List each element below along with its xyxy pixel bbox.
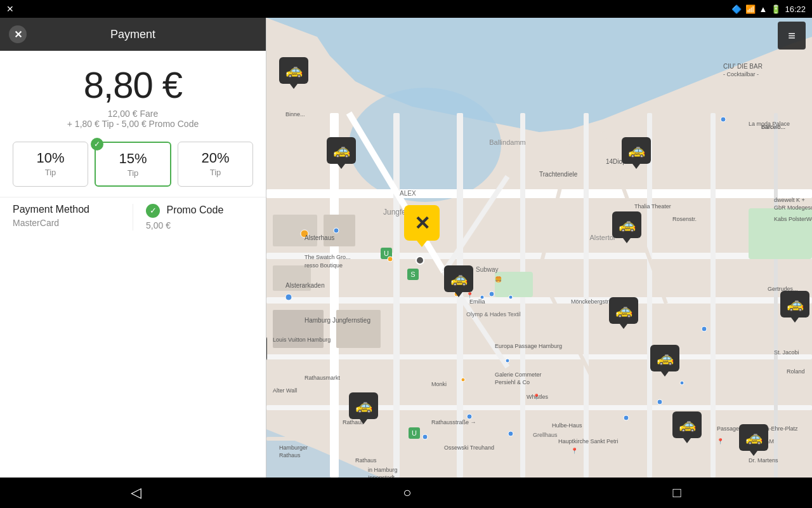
taxi-marker-6: 🚕 (444, 265, 473, 292)
svg-text:Hulbe-Haus: Hulbe-Haus (552, 422, 582, 429)
svg-point-46 (506, 359, 509, 363)
promo-check-icon: ✓ (146, 204, 160, 218)
recents-button[interactable]: □ (673, 485, 681, 501)
tip-10-label: Tip (13, 168, 88, 177)
svg-text:The Swatch Gro...: The Swatch Gro... (304, 254, 351, 260)
taxi-icon: 🚕 (657, 350, 674, 366)
taxi-marker-16: 🚕 (739, 424, 768, 451)
svg-text:Trachtendiele: Trachtendiele (539, 171, 578, 178)
price-section: 8,80 € 12,00 € Fare + 1,80 € Tip - 5,00 … (0, 51, 266, 135)
svg-text:Europa Passage Hamburg: Europa Passage Hamburg (495, 343, 562, 349)
svg-text:Dr. Martens: Dr. Martens (749, 457, 778, 464)
svg-text:Louis Vuitton Hamburg: Louis Vuitton Hamburg (273, 337, 331, 343)
svg-rect-9 (393, 113, 400, 478)
svg-text:Emilia: Emilia (469, 298, 485, 305)
svg-text:📍: 📍 (466, 291, 474, 299)
logo-marker: ✕ (404, 205, 440, 241)
payment-method-header: Payment Method (13, 204, 120, 215)
svg-rect-12 (584, 113, 589, 478)
modal-close-button[interactable]: ✕ (9, 25, 27, 43)
payment-method-value: MasterCard (13, 218, 120, 228)
svg-text:Ossewski Treuhand: Ossewski Treuhand (444, 444, 494, 451)
svg-text:in Hamburg: in Hamburg (368, 467, 398, 473)
fare-detail: 12,00 € Fare (13, 109, 253, 119)
svg-point-44 (509, 295, 513, 299)
svg-point-51 (702, 326, 707, 331)
svg-text:U: U (384, 250, 389, 257)
svg-text:La moda Palace: La moda Palace (749, 121, 790, 127)
tip-20-percent: 20% (178, 150, 252, 166)
svg-text:Alsterhaus: Alsterhaus (304, 234, 334, 241)
svg-text:- Cocktailbar -: - Cocktailbar - (723, 71, 759, 77)
taxi-icon: 🚕 (285, 62, 303, 79)
tip-10-button[interactable]: 10% Tip (13, 142, 88, 187)
svg-rect-2 (266, 189, 812, 198)
svg-rect-15 (774, 113, 778, 478)
wifi-icon: ▲ (759, 4, 768, 14)
tip-20-button[interactable]: 20% Tip (178, 142, 253, 187)
logo-x-symbol: ✕ (414, 212, 430, 234)
home-button[interactable]: ○ (403, 485, 411, 501)
taxi-marker-13: 🚕 (349, 392, 378, 419)
svg-point-53 (721, 117, 726, 122)
svg-text:Rathaus: Rathaus (355, 457, 377, 464)
taxi-marker-3: 🚕 (327, 137, 356, 164)
payment-modal: ✕ Payment 8,80 € 12,00 € Fare + 1,80 € T… (0, 18, 266, 478)
hamburger-icon: ≡ (788, 29, 796, 43)
taxi-marker-1: 🚕 (279, 57, 308, 84)
taxi-marker-8: 🚕 (609, 297, 638, 324)
svg-rect-6 (266, 405, 812, 410)
modal-title: Payment (110, 28, 155, 41)
svg-text:📍: 📍 (717, 438, 724, 445)
payment-promo-row: Payment Method MasterCard ✓ Promo Code 5… (0, 197, 266, 241)
payment-method-section[interactable]: Payment Method MasterCard (13, 204, 126, 228)
svg-text:Roland: Roland (787, 368, 805, 375)
svg-point-40 (285, 294, 292, 300)
svg-text:📍: 📍 (571, 447, 579, 455)
tip-20-label: Tip (178, 168, 252, 177)
svg-text:Hamburger: Hamburger (279, 444, 308, 451)
svg-text:Kabs PolsterWelt: Kabs PolsterWelt (774, 216, 812, 222)
tip-15-label: Tip (96, 168, 170, 178)
svg-text:Monki: Monki (431, 381, 447, 387)
svg-text:GbR Modegesch...: GbR Modegesch... (774, 204, 812, 211)
taxi-icon: 🚕 (615, 302, 632, 319)
svg-rect-24 (273, 215, 317, 246)
status-right: 🔷 📶 ▲ 🔋 16:22 (731, 4, 806, 14)
svg-text:🍔: 🍔 (495, 276, 502, 283)
taxi-icon: 🚕 (679, 417, 696, 433)
taxi-marker-11: 🚕 (650, 345, 679, 371)
promo-code-section[interactable]: ✓ Promo Code 5,00 € (140, 204, 253, 231)
svg-point-58 (422, 434, 428, 439)
signal-icon: 📶 (745, 4, 756, 14)
svg-rect-5 (266, 354, 812, 359)
svg-point-48 (461, 378, 465, 382)
svg-text:Hauptkirche Sankt Petri: Hauptkirche Sankt Petri (558, 438, 619, 444)
svg-text:Subway: Subway (476, 266, 499, 273)
nav-bar: ◁ ○ □ (0, 478, 812, 508)
svg-point-1 (349, 88, 501, 202)
time-display: 16:22 (785, 4, 806, 14)
bluetooth-icon: 🔷 (731, 4, 742, 14)
battery-icon: 🔋 (771, 4, 781, 14)
svg-text:Ballindamm: Ballindamm (489, 138, 525, 146)
promo-code-value: 5,00 € (146, 220, 253, 231)
svg-text:Olymp & Hades Textil: Olymp & Hades Textil (466, 311, 521, 318)
svg-text:U: U (412, 429, 417, 437)
svg-text:Hamburg Jungfernstieg: Hamburg Jungfernstieg (304, 317, 370, 324)
svg-text:St. Jacobi: St. Jacobi (774, 349, 799, 356)
svg-text:📍: 📍 (533, 393, 540, 401)
tip-15-button[interactable]: ✓ 15% Tip (95, 142, 171, 187)
svg-text:CIU' DIE BAR: CIU' DIE BAR (723, 63, 763, 70)
svg-point-41 (489, 291, 494, 297)
status-bar: ✕ 🔷 📶 ▲ 🔋 16:22 (0, 0, 812, 18)
taxi-icon: 🚕 (745, 429, 763, 446)
status-left: ✕ (6, 4, 14, 14)
hamburger-menu-button[interactable]: ≡ (778, 22, 806, 50)
svg-point-57 (467, 414, 472, 419)
back-button[interactable]: ◁ (131, 485, 141, 501)
taxi-marker-4: 🚕 (622, 137, 651, 164)
svg-text:Rathausstraße →: Rathausstraße → (431, 419, 476, 425)
tip-selected-check: ✓ (91, 138, 103, 150)
svg-text:Rathausmarkt: Rathausmarkt (304, 375, 341, 381)
